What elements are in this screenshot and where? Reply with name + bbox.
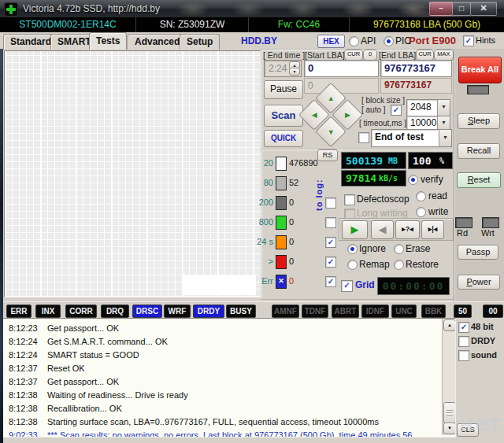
pio-radio[interactable]	[384, 36, 394, 46]
minimize-button[interactable]: –	[429, 2, 453, 16]
log-time: 8:12:37	[9, 362, 38, 375]
bin-label: >	[254, 257, 273, 266]
break-all-button[interactable]: Break All	[458, 57, 502, 83]
maximize-button[interactable]: □	[452, 2, 471, 16]
progress-value: 100	[409, 155, 439, 167]
end-lba-max-button[interactable]: MAX	[434, 50, 454, 61]
error-block-icon: ✕	[276, 275, 287, 289]
erase-radio-label[interactable]: Erase	[406, 243, 430, 254]
bin-label: 80	[254, 178, 273, 187]
reset-button[interactable]: Reset	[457, 172, 501, 188]
erase-radio[interactable]	[394, 244, 404, 254]
log-entry: 8:12:37Get passport... OK	[2, 375, 455, 389]
step-button[interactable]: ▸|◂	[421, 220, 444, 239]
speed-bin-row-gt: > 0	[254, 255, 333, 268]
site-link[interactable]: HDD.BY	[241, 35, 277, 46]
recall-button[interactable]: Recall	[458, 143, 500, 159]
restore-radio-label[interactable]: Restore	[406, 259, 439, 270]
hints-checkbox[interactable]: ✓	[463, 35, 474, 46]
read-radio[interactable]	[416, 191, 426, 201]
log-gt-checkbox[interactable]: ✓	[325, 257, 336, 268]
hex-button[interactable]: HEX	[317, 35, 345, 48]
arrow-left-icon: ◀	[311, 105, 317, 125]
end-of-test-dropdown[interactable]: End of test ▼	[371, 129, 452, 147]
hints-checkbox-label[interactable]: Hints	[476, 35, 495, 45]
pause-button[interactable]: Pause	[264, 80, 303, 99]
remap-radio-label[interactable]: Remap	[359, 259, 390, 270]
defectoscope-checkbox-label[interactable]: Defectoscop	[357, 194, 410, 205]
dropdown-arrow-icon[interactable]: ▼	[439, 130, 451, 146]
read-radio-label[interactable]: read	[428, 190, 447, 201]
write-led	[482, 217, 499, 228]
step-icon: ▸|◂	[428, 225, 438, 233]
play-icon: ▶	[351, 223, 359, 235]
48bit-checkbox-label[interactable]: 48 bit	[471, 322, 494, 331]
end-time-spinner[interactable]: 2:24 ▲ ▼	[264, 60, 302, 77]
end-lba-cur-button[interactable]: CUR	[416, 50, 434, 61]
flag-drq: DRQ	[101, 305, 129, 318]
spinner-down-icon[interactable]: ▼	[289, 68, 300, 76]
auto-checkbox[interactable]: ✓	[391, 105, 402, 116]
drive-info-bar: ST500DM002-1ER14C SN: Z53091ZW Fw: CC46 …	[0, 17, 504, 33]
start-lba-input[interactable]: 0	[304, 60, 379, 77]
scan-button[interactable]: Scan	[264, 105, 303, 127]
verify-radio[interactable]	[408, 175, 418, 185]
api-radio[interactable]	[349, 36, 359, 46]
sound-checkbox[interactable]	[458, 350, 469, 361]
scroll-thumb[interactable]	[443, 402, 456, 424]
api-radio-label[interactable]: API	[361, 35, 376, 46]
restore-radio[interactable]	[394, 260, 404, 270]
defectoscope-checkbox[interactable]	[344, 194, 355, 205]
passp-button[interactable]: Passp	[458, 245, 498, 260]
log-200-checkbox[interactable]	[325, 198, 336, 209]
speed-display: 97814 kB/s	[341, 170, 406, 186]
start-lba-cur-button[interactable]: CUR	[344, 50, 363, 61]
drdy-checkbox-label[interactable]: DRDY	[471, 336, 495, 345]
log-entry: 8:12:37Reset OK	[2, 362, 455, 375]
drdy-checkbox[interactable]	[458, 336, 469, 347]
log-text: Get S.M.A.R.T. command... OK	[47, 335, 168, 349]
log-panel[interactable]: 8:12:23Get passport... OK 8:12:24Get S.M…	[2, 318, 456, 437]
play-forward-button[interactable]: ▶	[342, 220, 368, 239]
tab-tests[interactable]: Tests	[89, 32, 127, 50]
power-button[interactable]: Power	[458, 275, 500, 290]
close-button[interactable]: ✕	[470, 2, 497, 16]
log-entry: 8:12:24Get S.M.A.R.T. command... OK	[2, 335, 455, 349]
end-lba-input[interactable]: 976773167	[380, 60, 452, 77]
log-err-checkbox[interactable]: ✓	[325, 276, 336, 287]
seek-test-button[interactable]: ▸?◂	[395, 220, 420, 239]
tab-setup[interactable]: Setup	[180, 34, 220, 50]
to-log-label: to log:	[314, 162, 324, 211]
grid-checkbox[interactable]: ✓	[341, 280, 353, 292]
start-lba-zero-button[interactable]: 0	[363, 50, 377, 61]
end-of-test-checkbox[interactable]	[358, 132, 369, 143]
grid-checkbox-label[interactable]: Grid	[355, 279, 375, 290]
victoria-app-window: Victoria 4.72b SSD, http://hdd.by – □ ✕ …	[0, 0, 504, 443]
verify-radio-label[interactable]: verify	[421, 174, 443, 185]
activity-led	[467, 85, 489, 94]
48bit-checkbox[interactable]: ✓	[458, 322, 469, 333]
tab-advanced[interactable]: Advanced	[128, 34, 187, 50]
title-bar[interactable]: Victoria 4.72b SSD, http://hdd.by – □ ✕	[0, 0, 504, 18]
play-backward-button[interactable]: ◀	[371, 220, 394, 239]
ignore-radio[interactable]	[347, 244, 358, 254]
remap-radio[interactable]	[347, 260, 358, 270]
scan-graph-area[interactable]	[4, 50, 261, 297]
scroll-down-icon[interactable]: ▼	[443, 423, 456, 434]
sleep-button[interactable]: Sleep	[458, 113, 500, 129]
ignore-radio-label[interactable]: Ignore	[359, 243, 386, 254]
sound-checkbox-label[interactable]: sound	[471, 350, 497, 360]
status-flag-bar: ERR INX CORR DRQ DRSC WRF DRDY BUSY AMNF…	[0, 301, 504, 319]
dropdown-arrow-icon[interactable]: ▼	[437, 100, 450, 116]
arrow-up-icon: ▲	[328, 88, 335, 109]
log-24s-checkbox[interactable]: ✓	[325, 237, 336, 248]
quick-button[interactable]: QUICK	[264, 130, 303, 147]
read-led-label: Rd	[457, 228, 468, 238]
bin-color-block	[276, 235, 287, 249]
log-800-checkbox[interactable]	[325, 217, 336, 228]
write-radio[interactable]	[416, 207, 426, 217]
block-size-dropdown[interactable]: 2048 ▼	[406, 99, 450, 116]
log-scrollbar[interactable]: ▲ ▼	[442, 319, 455, 435]
write-radio-label[interactable]: write	[428, 206, 448, 217]
scroll-up-icon[interactable]: ▲	[443, 319, 456, 331]
